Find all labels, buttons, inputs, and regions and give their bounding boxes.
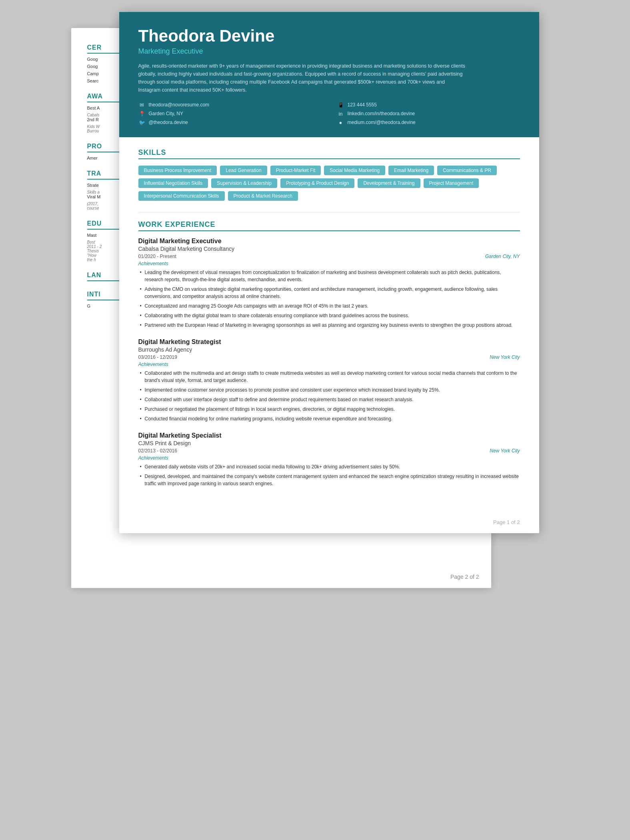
skills-title: SKILLS bbox=[138, 148, 520, 159]
job-bullets: Leading the development of visual messag… bbox=[138, 269, 520, 329]
jobs-container: Digital Marketing Executive Cabalsa Digi… bbox=[138, 238, 520, 487]
skill-tag: Business Process Improvement bbox=[138, 166, 217, 175]
section-divider bbox=[138, 212, 520, 212]
email-value: theodora@novoresume.com bbox=[149, 102, 210, 108]
page-label: Page 1 of 2 bbox=[119, 513, 539, 533]
phone-value: 123 444 5555 bbox=[348, 102, 377, 108]
job-bullet: Conceptualized and managing 25 Google Ad… bbox=[138, 302, 520, 310]
job-entry: Digital Marketing Strategist Burroughs A… bbox=[138, 338, 520, 422]
resume-name: Theodora Devine bbox=[138, 26, 520, 46]
linkedin-value: linkedin.com/in/theodora.devine bbox=[348, 111, 415, 116]
job-bullet: Generated daily website visits of 20k+ a… bbox=[138, 463, 520, 470]
email-icon: ✉ bbox=[138, 102, 146, 108]
job-bullet: Conducted financial modeling for online … bbox=[138, 415, 520, 422]
job-dates: 03/2016 - 12/2019 bbox=[138, 354, 177, 360]
job-bullet: Purchased or negotiated the placement of… bbox=[138, 406, 520, 413]
skill-tag: Project Management bbox=[424, 178, 479, 188]
job-title: Digital Marketing Executive bbox=[138, 238, 520, 245]
job-company: Burroughs Ad Agency bbox=[138, 346, 520, 353]
job-bullets: Generated daily website visits of 20k+ a… bbox=[138, 463, 520, 487]
job-dates: 01/2020 - Present bbox=[138, 254, 176, 259]
job-dates: 02/2013 - 02/2016 bbox=[138, 448, 177, 454]
job-meta: 01/2020 - Present Garden City, NY bbox=[138, 254, 520, 259]
twitter-value: @theodora.devine bbox=[149, 120, 188, 125]
job-bullet: Implemented online customer service proc… bbox=[138, 386, 520, 394]
skill-tag: Social Media Marketing bbox=[324, 166, 385, 175]
job-title: Digital Marketing Strategist bbox=[138, 338, 520, 346]
contact-email: ✉ theodora@novoresume.com bbox=[138, 102, 321, 108]
job-location: Garden City, NY bbox=[485, 254, 520, 259]
resume-summary: Agile, results-oriented marketer with 9+… bbox=[138, 62, 466, 94]
skill-tag: Product-Market Fit bbox=[270, 166, 321, 175]
medium-icon: ● bbox=[337, 120, 344, 125]
skill-tag: Communications & PR bbox=[437, 166, 497, 175]
job-bullet: Advising the CMO on various strategic di… bbox=[138, 286, 520, 300]
skill-tag: Supervision & Leadership bbox=[211, 178, 277, 188]
contact-linkedin: in linkedin.com/in/theodora.devine bbox=[337, 111, 520, 116]
job-bullets: Collaborated with the multimedia and art… bbox=[138, 370, 520, 422]
job-entry: Digital Marketing Executive Cabalsa Digi… bbox=[138, 238, 520, 329]
page-main: Theodora Devine Marketing Executive Agil… bbox=[119, 12, 539, 533]
medium-value: medium.com/@theodora.devine bbox=[348, 120, 416, 125]
contact-info: ✉ theodora@novoresume.com 📱 123 444 5555… bbox=[138, 102, 520, 125]
job-title: Digital Marketing Specialist bbox=[138, 432, 520, 439]
skill-tag: Development & Training bbox=[358, 178, 420, 188]
job-meta: 02/2013 - 02/2016 New York City bbox=[138, 448, 520, 454]
skill-tag: Email Marketing bbox=[388, 166, 434, 175]
contact-address: 📍 Garden City, NY bbox=[138, 111, 321, 116]
job-bullet: Collaborating with the digital global te… bbox=[138, 312, 520, 319]
job-achievements-label: Achievements bbox=[138, 261, 520, 266]
contact-twitter: 🐦 @theodora.devine bbox=[138, 120, 321, 125]
skills-section: SKILLS Business Process ImprovementLead … bbox=[138, 148, 520, 201]
job-meta: 03/2016 - 12/2019 New York City bbox=[138, 354, 520, 360]
address-value: Garden City, NY bbox=[149, 111, 183, 116]
job-bullet: Leading the development of visual messag… bbox=[138, 269, 520, 283]
skill-tag: Prototyping & Product Design bbox=[280, 178, 354, 188]
job-bullet: Designed, developed, and maintained the … bbox=[138, 473, 520, 487]
skill-tag: Influential Negotiation Skills bbox=[138, 178, 208, 188]
header: Theodora Devine Marketing Executive Agil… bbox=[119, 12, 539, 137]
page-stack: CER Goog Goog Camp Searc AWA Best A Caba… bbox=[95, 12, 535, 533]
job-entry: Digital Marketing Specialist CJMS Print … bbox=[138, 432, 520, 487]
resume-title: Marketing Executive bbox=[138, 47, 520, 56]
job-achievements-label: Achievements bbox=[138, 455, 520, 461]
job-bullet: Collaborated with user interface design … bbox=[138, 396, 520, 403]
skill-tag: Lead Generation bbox=[220, 166, 267, 175]
contact-medium: ● medium.com/@theodora.devine bbox=[337, 120, 520, 125]
work-title: WORK EXPERIENCE bbox=[138, 220, 520, 231]
linkedin-icon: in bbox=[337, 111, 344, 116]
location-icon: 📍 bbox=[138, 111, 146, 116]
work-section: WORK EXPERIENCE Digital Marketing Execut… bbox=[138, 220, 520, 487]
job-achievements-label: Achievements bbox=[138, 362, 520, 367]
contact-phone: 📱 123 444 5555 bbox=[337, 102, 520, 108]
job-company: Cabalsa Digital Marketing Consultancy bbox=[138, 246, 520, 252]
twitter-icon: 🐦 bbox=[138, 120, 146, 125]
skill-tag: Product & Market Research bbox=[228, 191, 298, 201]
job-location: New York City bbox=[490, 354, 520, 360]
job-company: CJMS Print & Design bbox=[138, 440, 520, 446]
job-location: New York City bbox=[490, 448, 520, 454]
job-bullet: Collaborated with the multimedia and art… bbox=[138, 370, 520, 384]
page-back-label: Page 2 of 2 bbox=[450, 574, 479, 580]
job-bullet: Partnered with the European Head of Mark… bbox=[138, 322, 520, 329]
main-content: SKILLS Business Process ImprovementLead … bbox=[119, 137, 539, 513]
skills-grid: Business Process ImprovementLead Generat… bbox=[138, 166, 520, 201]
skill-tag: Interpersonal Communication Skills bbox=[138, 191, 225, 201]
phone-icon: 📱 bbox=[337, 102, 344, 108]
